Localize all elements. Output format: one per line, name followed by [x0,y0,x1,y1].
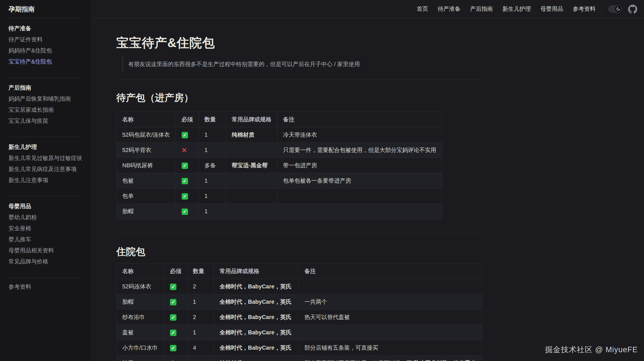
check-icon [170,299,176,305]
check-icon [170,284,176,290]
sidebar-item[interactable]: 妈妈待产&住院包 [9,45,82,56]
required-cell: ✕ [176,143,199,158]
github-link[interactable] [628,5,637,14]
check-icon [170,314,176,321]
sidebar-section: 产后指南妈妈产后恢复和哺乳指南宝宝居家成长指南宝宝儿保与疫苗 [9,77,82,137]
navbar-link[interactable]: 首页 [417,5,428,13]
brand-cell: 纯棉材质 [214,356,299,361]
required-cell [176,173,199,189]
sidebar-item[interactable]: 待产证件资料 [9,34,82,45]
item-name-cell: 胎帽 [117,204,176,219]
item-name-cell: 包单 [117,189,176,204]
navbar-link[interactable]: 待产准备 [438,5,460,13]
sidebar-section: 新生儿护理新生儿常见过敏原与过敏症状新生儿常见病症及注意事项新生儿注意事项 [9,137,82,196]
note-cell: 新生宝宝脚丫不需要袜子，但是可以带一双 防止婴儿抓脸，给套手上 [299,356,482,361]
note-cell: 只需要一件，需要配合包被使用，但是大部分宝妈评论不实用 [277,143,442,158]
sidebar-item[interactable]: 新生儿常见过敏原与过敏症状 [9,153,82,164]
navbar-link[interactable]: 参考资料 [573,5,595,13]
item-name-cell: 包被 [117,173,176,189]
quantity-cell: 1 [187,325,214,340]
note-cell [299,279,482,294]
column-header: 名称 [117,112,176,127]
table-row: NB码纸尿裤多备帮宝适-黑金帮带一包进产房 [117,158,442,173]
column-header: 名称 [117,263,164,279]
note-cell: 一共两个 [299,294,482,310]
table-row: 52码连体衣2全棉时代，BabyCare，英氏 [117,279,482,294]
watermark: 掘金技术社区 @ MiyueFE [545,345,638,355]
required-cell [164,279,187,294]
site-logo[interactable]: 孕期指南 [9,0,82,18]
sidebar-section-title: 产后指南 [9,81,82,93]
item-name-cell: NB码纸尿裤 [117,158,176,173]
sidebar-section-title: 新生儿护理 [9,141,82,153]
check-icon [182,132,188,138]
section-heading: 住院包 [116,233,484,258]
required-cell [164,310,187,325]
note-cell: 热天可以替代盖被 [299,310,482,325]
cross-icon: ✕ [182,147,187,154]
required-cell [176,204,199,219]
note-cell: 冷天带连体衣 [277,127,442,143]
column-header: 必须 [176,112,199,127]
required-cell [176,189,199,204]
navbar-link[interactable]: 新生儿护理 [502,5,531,13]
brand-cell [226,173,277,189]
navbar-link[interactable]: 产后指南 [470,5,493,13]
sidebar-section: 待产准备待产证件资料妈妈待产&住院包宝宝待产&住院包 [9,18,82,77]
sidebar-item[interactable]: 宝宝待产&住院包 [9,56,82,67]
table-row: 胎帽1全棉时代，BabyCare，英氏一共两个 [117,294,482,310]
required-cell [164,325,187,340]
navbar-divider [602,5,602,13]
table-row: 小方巾/口水巾4全棉时代，BabyCare，英氏部分店铺有五条装，可直接买 [117,340,482,356]
table-row: 包单1 [117,189,442,204]
column-header: 数量 [199,112,226,127]
column-header: 必须 [164,263,187,279]
column-header: 常用品牌或规格 [226,112,277,127]
navbar-links: 首页待产准备产后指南新生儿护理母婴用品参考资料 [407,5,595,13]
sidebar-item[interactable]: 参考资料 [9,281,82,292]
sidebar-section-title: 母婴用品 [9,200,82,212]
note-cell [277,189,442,204]
sidebar-section-title: 待产准备 [9,22,82,34]
brand-cell: 帮宝适-黑金帮 [226,158,277,173]
quantity-cell: 1 [199,143,226,158]
table-row: 袜子2纯棉材质新生宝宝脚丫不需要袜子，但是可以带一双 防止婴儿抓脸，给套手上 [117,356,482,361]
note-cell [277,204,442,219]
sidebar-item[interactable]: 安全座椅 [9,223,82,234]
sidebar-item[interactable]: 常见品牌与价格 [9,256,82,267]
section-hospital-bag: 住院包 名称必须数量常用品牌或规格备注52码连体衣2全棉时代，BabyCare，… [116,233,484,361]
sidebar-nav: 待产准备待产证件资料妈妈待产&住院包宝宝待产&住院包产后指南妈妈产后恢复和哺乳指… [9,18,82,303]
sidebar-item[interactable]: 婴幼儿奶粉 [9,212,82,223]
required-cell [164,340,187,356]
item-name-cell: 52码半背衣 [117,143,176,158]
sidebar-item[interactable]: 妈妈产后恢复和哺乳指南 [9,93,82,104]
sidebar-item[interactable]: 新生儿常见病症及注意事项 [9,164,82,175]
sidebar-item[interactable]: 母婴用品相关资料 [9,245,82,256]
note-cell: 包单包被各一条要带进产房 [277,173,442,189]
quantity-cell: 1 [199,204,226,219]
section-labor-bag: 待产包（进产房） 名称必须数量常用品牌或规格备注52码包屁衣/连体衣1纯棉材质冷… [116,79,484,219]
theme-toggle[interactable] [608,5,622,13]
sidebar-item[interactable]: 宝宝居家成长指南 [9,104,82,115]
item-name-cell: 小方巾/口水巾 [117,340,164,356]
column-header: 数量 [187,263,214,279]
check-icon [182,162,188,169]
page-title: 宝宝待产&住院包 [116,35,215,51]
note-cell [299,325,482,340]
sidebar-item[interactable]: 婴儿推车 [9,234,82,245]
check-icon [170,330,176,336]
item-name-cell: 纱布浴巾 [117,310,164,325]
sidebar-item[interactable]: 新生儿注意事项 [9,175,82,186]
quantity-cell: 1 [199,127,226,143]
check-icon [182,208,188,215]
hospital-bag-table: 名称必须数量常用品牌或规格备注52码连体衣2全棉时代，BabyCare，英氏胎帽… [116,263,482,361]
item-name-cell: 袜子 [117,356,164,361]
item-name-cell: 52码包屁衣/连体衣 [117,127,176,143]
sidebar-section: 参考资料 [9,277,82,303]
navbar-link[interactable]: 母婴用品 [540,5,563,13]
quantity-cell: 1 [199,173,226,189]
note-cell: 部分店铺有五条装，可直接买 [299,340,482,356]
required-cell [176,127,199,143]
sidebar-item[interactable]: 宝宝儿保与疫苗 [9,115,82,126]
github-icon [628,5,637,14]
